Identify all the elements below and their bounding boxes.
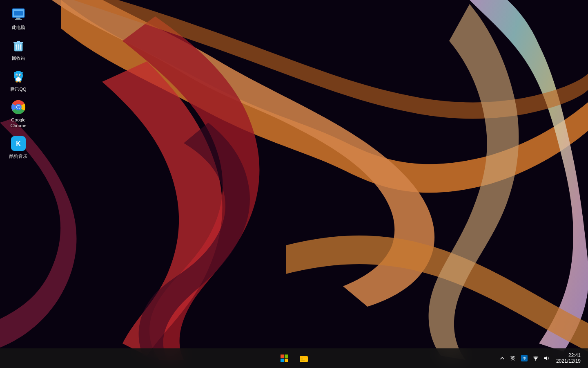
svg-rect-5 — [14, 11, 23, 16]
svg-rect-36 — [300, 357, 308, 362]
taskbar: 英 中 — [0, 348, 588, 368]
this-pc-label: 此电脑 — [12, 25, 25, 30]
chrome-icon — [10, 99, 27, 115]
tray-chevron[interactable] — [498, 354, 506, 362]
network-icon[interactable] — [532, 354, 540, 362]
svg-rect-7 — [13, 42, 23, 43]
svg-rect-4 — [15, 19, 22, 20]
file-explorer-button[interactable] — [295, 349, 313, 367]
language-label: 英 — [510, 355, 515, 362]
svg-rect-31 — [281, 355, 284, 358]
start-button[interactable] — [275, 349, 293, 367]
svg-point-16 — [20, 74, 21, 76]
recycle-bin-label: 回收站 — [12, 55, 25, 61]
svg-point-22 — [14, 72, 16, 74]
svg-rect-38 — [301, 359, 303, 359]
monitor-icon — [10, 7, 27, 23]
svg-rect-34 — [285, 359, 288, 362]
svg-point-42 — [535, 360, 536, 361]
svg-text:中: 中 — [522, 357, 526, 361]
svg-rect-32 — [285, 355, 288, 358]
svg-point-15 — [16, 74, 18, 76]
input-method-indicator[interactable]: 英 — [509, 354, 517, 363]
clock-area[interactable]: 22:41 2021/12/19 — [554, 352, 583, 365]
desktop-icon-kuwo[interactable]: K 酷狗音乐 — [2, 133, 35, 162]
svg-rect-37 — [300, 356, 303, 357]
svg-point-21 — [19, 81, 21, 82]
recycle-bin-icon — [10, 37, 27, 54]
qq-label: 腾讯QQ — [10, 86, 26, 92]
kuwo-label: 酷狗音乐 — [9, 153, 27, 159]
desktop-icon-recycle-bin[interactable]: 回收站 — [2, 35, 35, 63]
svg-point-20 — [16, 81, 18, 82]
qq-icon — [10, 68, 27, 85]
svg-point-19 — [16, 77, 21, 81]
taskbar-center — [275, 349, 313, 367]
volume-icon[interactable] — [542, 354, 550, 362]
clock-date: 2021/12/19 — [556, 358, 581, 364]
svg-rect-33 — [281, 359, 284, 362]
svg-point-28 — [17, 105, 20, 109]
desktop-icon-this-pc[interactable]: 此电脑 — [2, 4, 35, 33]
clock-time: 22:41 — [568, 352, 581, 358]
svg-rect-39 — [301, 360, 305, 361]
chrome-label: Google Chrome — [4, 117, 32, 129]
desktop-icon-chrome[interactable]: Google Chrome — [2, 96, 35, 131]
taskbar-right: 英 中 — [498, 352, 583, 365]
input-method-icon[interactable]: 中 — [519, 354, 529, 362]
svg-point-23 — [21, 72, 23, 74]
desktop: 此电脑 回收站 — [0, 0, 588, 368]
desktop-icons: 此电脑 回收站 — [2, 4, 35, 162]
svg-rect-8 — [17, 41, 20, 42]
show-desktop-button[interactable] — [585, 349, 588, 367]
desktop-icon-qq[interactable]: 腾讯QQ — [2, 66, 35, 94]
svg-rect-3 — [16, 18, 20, 19]
system-tray: 英 中 — [498, 354, 550, 363]
kuwo-icon: K — [10, 135, 27, 152]
svg-text:K: K — [16, 140, 21, 147]
